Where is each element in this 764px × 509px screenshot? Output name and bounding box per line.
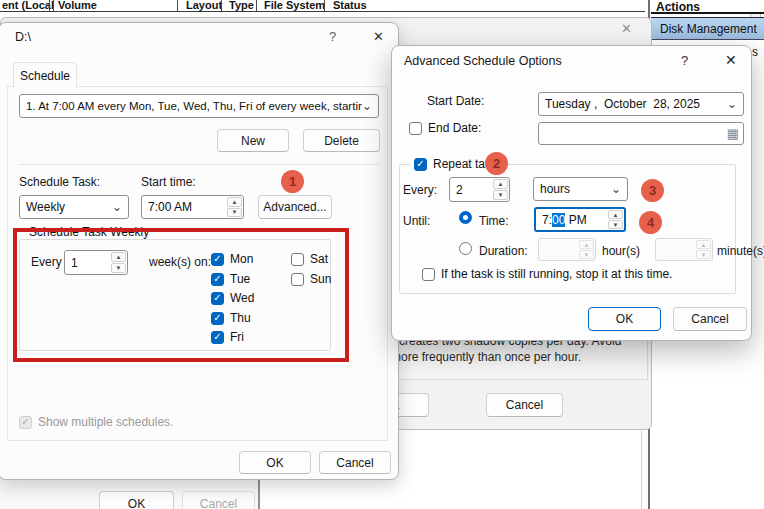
spin-down-icon[interactable]: ▼ [493,190,508,200]
start-time-field[interactable]: 7:00 AM ▲ ▼ [141,195,244,219]
show-multiple-schedules-checkbox: ✓ Show multiple schedules. [19,415,173,429]
close-icon[interactable]: ✕ [725,53,737,67]
schedule-task-select[interactable]: Weekly ⌄ [19,195,129,219]
spin-down-icon: ▼ [579,250,594,259]
actions-item-label: Disk Management [651,22,757,36]
cancel-button-disabled: Cancel [182,491,255,509]
column-header-layout[interactable]: Layout [186,0,222,11]
close-icon[interactable]: ✕ [373,30,384,44]
check-icon: ✓ [416,159,424,169]
check-icon: ✓ [21,417,29,427]
schedule-task-label: Schedule Task: [19,175,100,189]
start-date-select[interactable]: Tuesday , October 28, 2025 ⌄ [538,92,744,116]
end-date-label: End Date: [428,121,481,135]
show-multiple-label: Show multiple schedules. [38,415,173,429]
list-edge-line [641,430,642,509]
cancel-button[interactable]: Cancel [673,307,747,331]
spin-up-icon[interactable]: ▲ [493,179,508,189]
advanced-schedule-dialog: Advanced Schedule Options ? ✕ Start Date… [391,45,752,341]
until-time-field[interactable]: 7:00 PM ▲ ▼ [534,207,626,232]
delete-button[interactable]: Delete [303,129,380,152]
repeat-every-stepper[interactable]: ▲ ▼ [492,178,509,201]
new-button[interactable]: New [217,129,289,152]
time-label: Time: [479,214,509,228]
tree-item-fragment: ent (Local [2,0,54,11]
column-header-type[interactable]: Type [229,0,254,11]
annotation-highlight-box [13,228,349,362]
close-icon[interactable]: ✕ [621,22,632,36]
new-button-label: New [241,134,265,148]
annotation-step-4: 4 [639,211,662,234]
repeat-every-value: 2 [456,183,463,197]
chevron-down-icon: ⌄ [727,99,737,109]
spin-down-icon[interactable]: ▼ [608,220,623,229]
until-time-radio[interactable] [459,211,472,224]
duration-label: Duration: [479,244,528,258]
help-icon[interactable]: ? [681,54,688,68]
until-label: Until: [403,214,430,228]
repeat-every-label: Every: [403,183,437,197]
separator [19,164,379,165]
chevron-down-icon: ⌄ [611,184,621,194]
repeat-unit-value: hours [540,182,611,196]
ok-button[interactable]: OK [588,307,661,331]
repeat-unit-select[interactable]: hours ⌄ [533,177,628,201]
duration-minutes-field: ▲ ▼ [655,238,713,261]
repeat-every-field[interactable]: 2 ▲ ▼ [449,177,510,202]
actions-item-disk-management[interactable]: Disk Management [651,17,764,40]
ok-button[interactable]: OK [99,491,174,509]
column-header-status[interactable]: Status [333,0,367,11]
annotation-step-2: 2 [485,152,508,175]
ok-button-label: OK [128,497,145,509]
cancel-button[interactable]: Cancel [319,451,391,474]
schedule-select[interactable]: 1. At 7:00 AM every Mon, Tue, Wed, Thu, … [19,94,379,118]
cancel-button-label: Cancel [691,312,728,326]
ok-button-label: OK [616,312,633,326]
start-date-label: Start Date: [427,94,484,108]
spin-up-icon: ▲ [696,240,711,249]
actions-text-fragment: s [752,45,758,59]
disk-management-screen: ent (Local Volume Layout Type File Syste… [0,0,764,509]
help-icon[interactable]: ? [329,30,336,44]
spin-up-icon: ▲ [579,240,594,249]
calendar-icon[interactable]: ▦ [727,129,743,139]
checkbox-box[interactable]: ✓ [414,158,427,171]
actions-underline [651,12,764,14]
column-header-file-system[interactable]: File System [264,0,325,11]
advanced-button[interactable]: Advanced... [258,195,332,219]
column-header-volume[interactable]: Volume [58,0,97,11]
ok-button-label: OK [266,456,283,470]
checkbox-box: ✓ [19,416,32,429]
tab-schedule[interactable]: Schedule [13,62,77,88]
ok-button[interactable]: OK [239,451,311,474]
time-prefix: 7: [542,213,552,227]
end-date-field[interactable]: ▦ [538,122,744,145]
cancel-button[interactable]: Cancel [486,393,563,417]
shadow-note-line2: more frequently than once per hour. [391,350,581,364]
annotation-step-1: 1 [281,170,304,193]
chevron-down-icon: ⌄ [362,101,372,111]
advanced-button-label: Advanced... [263,200,326,214]
checkbox-box[interactable]: ✓ [422,268,435,281]
start-time-stepper[interactable]: ▲ ▼ [226,196,243,218]
dialog-title: D:\ [15,30,31,44]
header-underline [0,11,645,12]
spin-down-icon[interactable]: ▼ [227,208,242,218]
time-selected-segment: 00 [552,213,565,227]
stop-task-checkbox[interactable]: ✓ If the task is still running, stop it … [422,267,672,281]
spin-up-icon[interactable]: ▲ [227,197,242,207]
schedule-select-value: 1. At 7:00 AM every Mon, Tue, Wed, Thu, … [26,100,362,112]
until-time-stepper[interactable]: ▲ ▼ [607,209,624,230]
spin-down-icon: ▼ [696,250,711,259]
until-duration-radio[interactable] [459,242,472,255]
start-time-value: 7:00 AM [148,200,192,214]
spin-up-icon[interactable]: ▲ [608,210,623,219]
end-date-checkbox[interactable]: ✓ End Date: [409,121,481,135]
checkbox-box[interactable]: ✓ [409,122,422,135]
start-date-value: Tuesday , October 28, 2025 [545,97,727,111]
cancel-button-label: Cancel [336,456,373,470]
hours-suffix-label: hour(s) [602,244,640,258]
minutes-suffix-label: minute(s) [717,244,764,258]
delete-button-label: Delete [324,134,359,148]
dialog-title: Advanced Schedule Options [404,54,562,68]
